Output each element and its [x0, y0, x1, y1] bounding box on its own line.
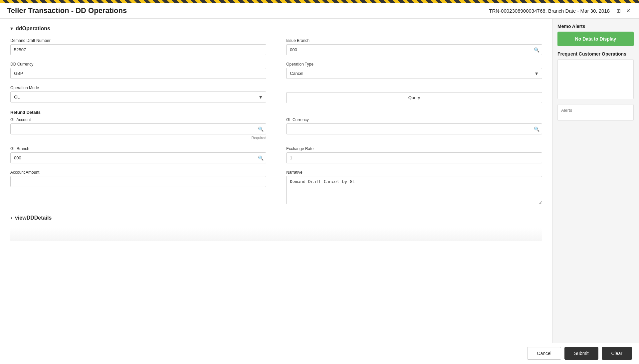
gl-account-required: Required [10, 136, 266, 140]
demand-draft-number-wrap [10, 44, 266, 55]
account-amount-field: Account Amount [10, 170, 266, 204]
dd-currency-input[interactable] [10, 68, 266, 79]
transaction-info: TRN-0002308900034768, Branch Date - Mar … [489, 8, 610, 14]
alerts-label: Alerts [561, 108, 572, 113]
form-row-3: Operation Mode GL Cash Account ▼ Query [10, 86, 542, 103]
narrative-label: Narrative [286, 170, 542, 175]
submit-button[interactable]: Submit [564, 347, 598, 360]
gl-currency-input[interactable] [286, 123, 542, 134]
view-dd-title: viewDDDetails [15, 215, 52, 221]
demand-draft-number-label: Demand Draft Number [10, 38, 266, 43]
gl-currency-field: GL Currency 🔍 [286, 117, 542, 140]
gl-currency-search-icon[interactable]: 🔍 [534, 126, 539, 132]
account-amount-label: Account Amount [10, 170, 266, 175]
title-actions: ⊞ ✕ [615, 7, 632, 15]
issue-branch-field: Issue Branch 🔍 [286, 38, 542, 55]
cancel-button[interactable]: Cancel [527, 347, 561, 360]
operation-mode-select[interactable]: GL Cash Account [10, 91, 266, 102]
exchange-rate-label: Exchange Rate [286, 146, 542, 151]
exchange-rate-wrap [286, 152, 542, 163]
clear-button[interactable]: Clear [602, 347, 632, 360]
alerts-section: Alerts [557, 104, 634, 121]
operation-mode-field: Operation Mode GL Cash Account ▼ [10, 86, 266, 103]
exchange-rate-input[interactable] [286, 152, 542, 163]
issue-branch-label: Issue Branch [286, 38, 542, 43]
demand-draft-number-field: Demand Draft Number [10, 38, 266, 55]
memo-alerts-title: Memo Alerts [557, 24, 634, 29]
exchange-rate-field: Exchange Rate [286, 146, 542, 163]
gl-account-field: GL Account 🔍 Required [10, 117, 266, 140]
issue-branch-search-icon[interactable]: 🔍 [534, 47, 539, 53]
frequent-ops-content [557, 59, 634, 99]
no-data-button[interactable]: No Data to Display [557, 32, 634, 46]
issue-branch-input[interactable] [286, 44, 542, 55]
form-row-6: Account Amount Narrative Demand Draft Ca… [10, 170, 542, 204]
operation-type-wrap: Cancel Duplicate Revalidate ▼ [286, 68, 542, 79]
dd-currency-label: DD Currency [10, 62, 266, 67]
view-dd-section-header: › viewDDDetails [10, 214, 542, 221]
gl-branch-wrap: 🔍 [10, 152, 266, 163]
main-content: ▾ ddOperations Demand Draft Number Issue… [0, 19, 639, 343]
gl-branch-field: GL Branch 🔍 [10, 146, 266, 163]
narrative-textarea[interactable]: Demand Draft Cancel by GL [286, 176, 542, 204]
refund-details-heading-wrap: Refund Details [10, 110, 542, 115]
hazard-stripe [0, 0, 639, 3]
operation-mode-wrap: GL Cash Account ▼ [10, 91, 266, 102]
query-label-spacer [286, 86, 542, 90]
view-dd-collapse-icon[interactable]: › [10, 214, 12, 221]
collapse-icon[interactable]: ▾ [10, 25, 13, 32]
view-dd-details-section: › viewDDDetails [10, 214, 542, 221]
gl-currency-wrap: 🔍 [286, 123, 542, 134]
form-row-2: DD Currency Operation Type Cancel Duplic… [10, 62, 542, 79]
form-row-1: Demand Draft Number Issue Branch 🔍 [10, 38, 542, 55]
close-button[interactable]: ✕ [624, 7, 632, 15]
narrative-field: Narrative Demand Draft Cancel by GL [286, 170, 542, 204]
form-area: ▾ ddOperations Demand Draft Number Issue… [0, 19, 552, 343]
gl-branch-search-icon[interactable]: 🔍 [258, 155, 264, 161]
demand-draft-number-input[interactable] [10, 44, 266, 55]
frequent-ops-title: Frequent Customer Operations [557, 51, 634, 57]
form-row-4: GL Account 🔍 Required GL Currency 🔍 [10, 117, 542, 140]
section-title: ddOperations [16, 26, 50, 32]
title-bar: Teller Transaction - DD Operations TRN-0… [0, 3, 639, 19]
query-field: Query [286, 86, 542, 103]
issue-branch-wrap: 🔍 [286, 44, 542, 55]
bottom-fade [10, 228, 542, 241]
gl-account-wrap: 🔍 [10, 123, 266, 134]
title-bar-right: TRN-0002308900034768, Branch Date - Mar … [489, 7, 632, 15]
sidebar: Memo Alerts No Data to Display Frequent … [552, 19, 639, 343]
action-bar: Cancel Submit Clear [0, 343, 639, 364]
operation-type-field: Operation Type Cancel Duplicate Revalida… [286, 62, 542, 79]
memo-alerts-section: Memo Alerts No Data to Display [557, 24, 634, 46]
operation-type-label: Operation Type [286, 62, 542, 67]
resize-button[interactable]: ⊞ [615, 7, 622, 15]
alerts-box: Alerts [557, 104, 634, 121]
form-row-5: GL Branch 🔍 Exchange Rate [10, 146, 542, 163]
refund-details-label: Refund Details [10, 110, 542, 115]
dd-operations-section-header: ▾ ddOperations [10, 25, 542, 32]
dd-currency-wrap [10, 68, 266, 79]
account-amount-input[interactable] [10, 176, 266, 187]
dd-currency-field: DD Currency [10, 62, 266, 79]
operation-type-select[interactable]: Cancel Duplicate Revalidate [286, 68, 542, 79]
gl-account-search-icon[interactable]: 🔍 [258, 126, 264, 132]
gl-branch-input[interactable] [10, 152, 266, 163]
main-window: Teller Transaction - DD Operations TRN-0… [0, 0, 639, 364]
gl-account-label: GL Account [10, 117, 266, 122]
gl-branch-label: GL Branch [10, 146, 266, 151]
gl-account-input[interactable] [10, 123, 266, 134]
query-button[interactable]: Query [286, 92, 542, 103]
window-title: Teller Transaction - DD Operations [7, 6, 127, 15]
gl-currency-label: GL Currency [286, 117, 542, 122]
account-amount-wrap [10, 176, 266, 187]
frequent-ops-section: Frequent Customer Operations [557, 51, 634, 99]
operation-mode-label: Operation Mode [10, 86, 266, 90]
